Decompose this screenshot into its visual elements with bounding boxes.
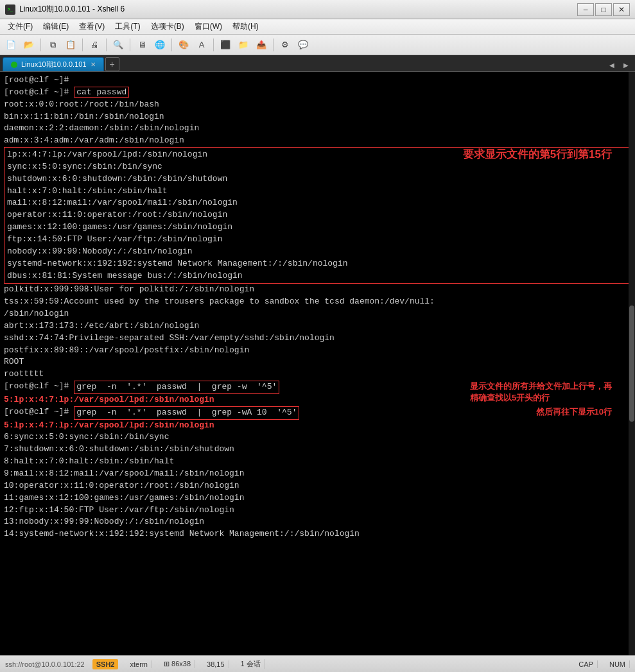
line-grep2-result5: 9:mail:x:8:12:mail:/var/spool/mail:/sbin…	[4, 468, 631, 480]
menu-tools[interactable]: 工具(T)	[110, 20, 145, 34]
font-btn[interactable]: A	[193, 37, 210, 53]
open-button[interactable]: 📂	[21, 37, 37, 53]
term-type: xterm	[126, 660, 152, 668]
caps-indicator: CAP	[575, 660, 598, 668]
ssh-path: ssh://root@10.0.0.101:22	[5, 660, 85, 668]
file-xfer-btn[interactable]: 📁	[235, 37, 252, 53]
line-root-caps: ROOT	[4, 356, 631, 368]
close-button[interactable]: ✕	[613, 3, 630, 16]
title-bar-left: Linux10期10.0.0.101 - Xshell 6	[5, 4, 125, 15]
toolbar: 📄 📂 ⧉ 📋 🖨 🔍 🖥 🌐 🎨 A ⬛ 📁 📤 ⚙ 💬	[0, 35, 635, 55]
terminal[interactable]: [root@clf ~]# [root@clf ~]# cat passwd r…	[0, 72, 635, 655]
lines-5-16-box: lp:x:4:7:lp:/var/spool/lpd:/sbin/nologin…	[4, 147, 631, 284]
line-operator: operator:x:11:0:operator:/root:/sbin/nol…	[7, 209, 628, 221]
line-shutdown: shutdown:x:6:0:shutdown:/sbin:/sbin/shut…	[7, 173, 628, 185]
new-conn-button[interactable]: 🖥	[134, 37, 150, 53]
find-button[interactable]: 🔍	[110, 37, 126, 53]
status-bar: ssh://root@10.0.0.101:22 SSH2 xterm ⊞ 86…	[0, 655, 635, 672]
paste-button[interactable]: 📋	[62, 37, 79, 53]
sftp-btn[interactable]: 📤	[253, 37, 270, 53]
app-icon	[5, 4, 15, 15]
line-grep2-result3: 7:shutdown:x:6:0:shutdown:/sbin:/sbin/sh…	[4, 444, 631, 456]
boxed-section: lp:x:4:7:lp:/var/spool/lpd:/sbin/nologin…	[4, 147, 631, 284]
maximize-button[interactable]: □	[595, 3, 612, 16]
line-games: games:x:12:100:games:/usr/games:/sbin/no…	[7, 221, 628, 234]
line-grep2-result9: 13:nobody:x:99:99:Nobody:/:/sbin/nologin	[4, 516, 631, 528]
num-indicator: NUM	[605, 660, 630, 668]
line-sshd: sshd:x:74:74:Privilege-separated SSH:/va…	[4, 332, 631, 345]
cols-label: ⊞	[164, 660, 171, 668]
menu-edit[interactable]: 编辑(E)	[38, 20, 74, 34]
toolbar-sep3	[106, 39, 107, 51]
menu-file[interactable]: 文件(F)	[3, 20, 38, 34]
color-btn[interactable]: 🎨	[175, 37, 192, 53]
new-tab-button[interactable]: +	[105, 57, 119, 71]
copy-button[interactable]: ⧉	[44, 37, 61, 53]
toolbar-sep2	[82, 39, 83, 51]
print-button[interactable]: 🖨	[86, 37, 103, 53]
line-polkitd: polkitd:x:999:998:User for polkitd:/:/sb…	[4, 284, 631, 296]
tab-label: Linux10期10.0.0.101	[21, 60, 87, 69]
menu-help[interactable]: 帮助(H)	[227, 20, 264, 34]
line-grep2-result8: 12:ftp:x:14:50:FTP User:/var/ftp:/sbin/n…	[4, 504, 631, 517]
tab-navigation: ◀ ▶	[605, 58, 632, 71]
toolbar-sep6	[213, 39, 214, 51]
menu-bar: 文件(F) 编辑(E) 查看(V) 工具(T) 选项卡(B) 窗口(W) 帮助(…	[0, 19, 635, 35]
line-grep2-result4: 8:halt:x:7:0:halt:/sbin:/sbin/halt	[4, 456, 631, 468]
tab-next-button[interactable]: ▶	[620, 58, 632, 71]
toolbar-sep7	[273, 39, 274, 51]
toolbar-sep4	[130, 39, 130, 51]
line-grep2-result1: 5:lp:x:4:7:lp:/var/spool/lpd:/sbin/nolog…	[4, 420, 631, 432]
scrollbar-thumb[interactable]	[629, 306, 634, 422]
line-grep2-result10: 14:systemd-network:x:192:192:systemd Net…	[4, 528, 631, 540]
line-ftp: ftp:x:14:50:FTP User:/var/ftp:/sbin/nolo…	[7, 234, 628, 246]
menu-view[interactable]: 查看(V)	[74, 20, 110, 34]
new-session-button[interactable]: 📄	[3, 37, 19, 53]
menu-window[interactable]: 窗口(W)	[189, 20, 227, 34]
cmd3-row: [root@clf ~]# grep -n '.*' passwd | grep…	[4, 406, 631, 420]
sessions-btn[interactable]: 💬	[295, 37, 311, 53]
terminal-size: ⊞ 86x38	[160, 660, 195, 668]
annotation-3: 然后再往下显示10行	[536, 406, 612, 418]
line-6: adm:x:3:4:adm:/var/adm:/sbin/nologin	[4, 135, 631, 147]
window-title: Linux10期10.0.0.101 - Xshell 6	[19, 4, 125, 15]
annotation-2: 显示文件的所有并给文件加上行号，再 精确查找以5开头的行	[470, 381, 612, 404]
line-halt: halt:x:7:0:halt:/sbin:/sbin/halt	[7, 185, 628, 198]
line-nologin: /sbin/nologin	[4, 308, 631, 320]
cmd2-row: [root@clf ~]# grep -n '.*' passwd | grep…	[4, 381, 631, 394]
menu-tab[interactable]: 选项卡(B)	[146, 20, 189, 34]
tab-close-button[interactable]: ✕	[91, 61, 96, 68]
tab-indicator	[11, 62, 17, 68]
line-sync: sync:x:5:0:sync:/sbin:/bin/sync	[7, 161, 628, 173]
line-3: root:x:0:0:root:/root:/bin/bash	[4, 99, 631, 111]
line-4: bin:x:1:1:bin:/bin:/sbin/nologin	[4, 111, 631, 123]
line-systemd-network: systemd-network:x:192:192:systemd Networ…	[7, 258, 628, 270]
line-nobody: nobody:x:99:99:Nobody:/:/sbin/nologin	[7, 246, 628, 258]
toolbar-sep1	[40, 39, 41, 51]
line-grep2-result2: 6:sync:x:5:0:sync:/sbin:/bin/sync	[4, 431, 631, 444]
terminal-wrapper: [root@clf ~]# [root@clf ~]# cat passwd r…	[0, 72, 635, 655]
scrollbar[interactable]	[629, 72, 635, 655]
tab-linux10[interactable]: Linux10期10.0.0.101 ✕	[3, 57, 104, 71]
settings-btn[interactable]: ⚙	[277, 37, 293, 53]
line-1: [root@clf ~]#	[4, 74, 631, 87]
toolbar-sep5	[171, 39, 172, 51]
title-bar: Linux10期10.0.0.101 - Xshell 6 – □ ✕	[0, 0, 635, 19]
line-abrt: abrt:x:173:173::/etc/abrt:/sbin/nologin	[4, 320, 631, 332]
tab-bar: Linux10期10.0.0.101 ✕ + ◀ ▶	[0, 55, 635, 72]
cursor-position: 38,15	[203, 660, 229, 668]
minimize-button[interactable]: –	[577, 3, 594, 16]
line-postfix: postfix:x:89:89::/var/spool/postfix:/sbi…	[4, 345, 631, 357]
conn-btn2[interactable]: 🌐	[152, 37, 168, 53]
session-count: 1 会话	[237, 659, 265, 669]
tab-prev-button[interactable]: ◀	[605, 58, 618, 71]
line-2: [root@clf ~]# cat passwd	[4, 87, 631, 99]
annotation-1: 要求显示文件的第5行到第15行	[463, 147, 612, 163]
stop-btn[interactable]: ⬛	[217, 37, 234, 53]
line-5: daemon:x:2:2:daemon:/sbin:/sbin/nologin	[4, 123, 631, 135]
line-grep2-result6: 10:operator:x:11:0:operator:/root:/sbin/…	[4, 480, 631, 492]
line-dbus: dbus:x:81:81:System message bus:/:/sbin/…	[7, 270, 628, 282]
line-roottttt: roottttt	[4, 368, 631, 381]
window-controls[interactable]: – □ ✕	[577, 3, 630, 16]
line-mail: mail:x:8:12:mail:/var/spool/mail:/sbin/n…	[7, 197, 628, 209]
